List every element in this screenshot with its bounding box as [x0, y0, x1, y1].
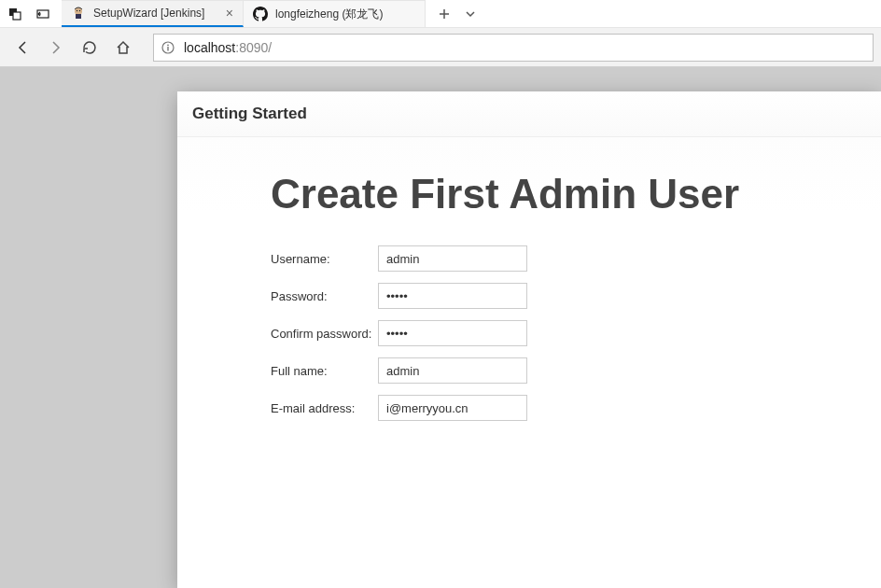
- github-favicon-icon: [253, 7, 268, 21]
- url-path: :8090/: [235, 40, 272, 55]
- setup-wizard-panel: Getting Started Create First Admin User …: [177, 91, 881, 588]
- close-icon[interactable]: ×: [226, 7, 233, 20]
- username-label: Username:: [271, 252, 378, 266]
- svg-rect-4: [76, 14, 81, 19]
- page-viewport: Getting Started Create First Admin User …: [0, 67, 881, 588]
- window-dock-icon[interactable]: [32, 3, 54, 25]
- browser-navbar: localhost:8090/: [0, 28, 881, 67]
- site-info-icon[interactable]: [161, 41, 175, 54]
- tab-title: longfeizheng (郑龙飞): [275, 7, 383, 22]
- forward-button[interactable]: [41, 33, 71, 63]
- tab-overflow-button[interactable]: [459, 3, 482, 25]
- browser-titlebar: SetupWizard [Jenkins] × longfeizheng (郑龙…: [0, 0, 881, 28]
- jenkins-favicon-icon: [71, 6, 86, 21]
- wizard-header: Getting Started: [177, 91, 881, 137]
- username-input[interactable]: [378, 245, 527, 272]
- confirm-password-input[interactable]: [378, 320, 527, 346]
- svg-point-6: [79, 10, 80, 11]
- new-tab-button[interactable]: [433, 3, 455, 25]
- fullname-label: Full name:: [271, 364, 378, 378]
- svg-point-5: [77, 10, 77, 11]
- tab-github-profile[interactable]: longfeizheng (郑龙飞): [244, 0, 426, 27]
- confirm-password-label: Confirm password:: [271, 327, 378, 341]
- fullname-input[interactable]: [378, 357, 527, 384]
- wizard-header-title: Getting Started: [192, 105, 866, 123]
- email-label: E-mail address:: [271, 401, 378, 415]
- tab-title: SetupWizard [Jenkins]: [93, 7, 204, 20]
- back-button[interactable]: [7, 33, 37, 63]
- svg-rect-9: [167, 47, 168, 51]
- url-bar[interactable]: localhost:8090/: [153, 34, 874, 62]
- home-button[interactable]: [108, 33, 138, 63]
- svg-point-8: [167, 44, 169, 46]
- url-host: localhost: [184, 40, 235, 55]
- refresh-button[interactable]: [75, 33, 105, 63]
- window-expand-icon[interactable]: [4, 3, 26, 25]
- page-title: Create First Admin User: [271, 171, 788, 217]
- tab-jenkins-setup[interactable]: SetupWizard [Jenkins] ×: [62, 0, 244, 27]
- password-label: Password:: [271, 289, 378, 303]
- password-input[interactable]: [378, 283, 527, 309]
- wizard-body: Create First Admin User Username: Passwo…: [177, 137, 881, 451]
- email-input[interactable]: [378, 395, 527, 421]
- svg-rect-1: [13, 12, 21, 20]
